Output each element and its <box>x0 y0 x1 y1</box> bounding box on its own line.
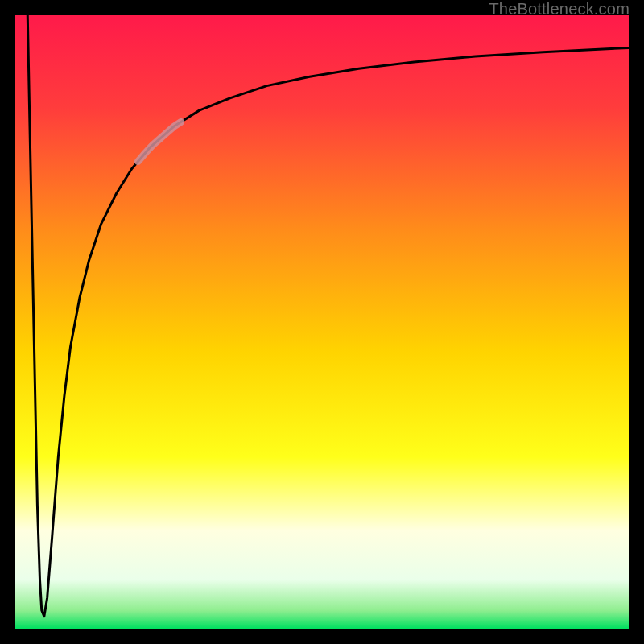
chart-background <box>15 15 629 629</box>
chart-plot-area <box>15 15 629 629</box>
watermark-text: TheBottleneck.com <box>489 0 630 19</box>
chart-svg <box>15 15 629 629</box>
